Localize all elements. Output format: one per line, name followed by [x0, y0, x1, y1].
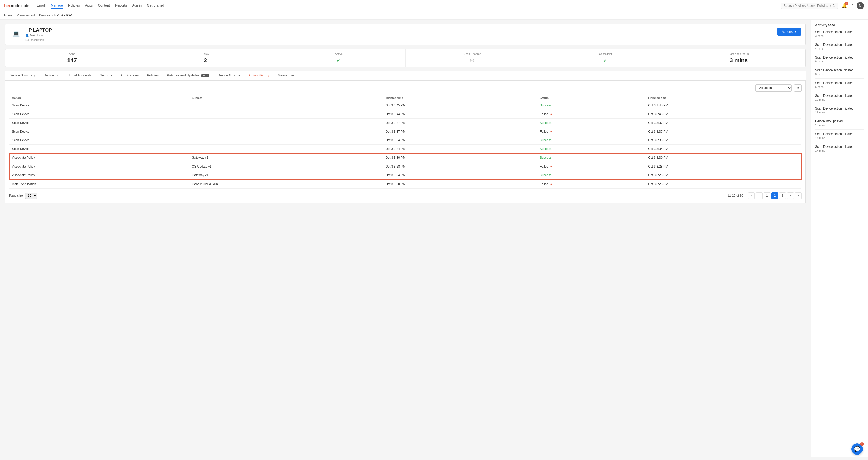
cell-initiated: Oct 3 3:34 PM: [383, 145, 537, 154]
page-size-label: Page size: [9, 194, 23, 197]
cell-action: Scan Device: [9, 110, 189, 119]
cell-subject: [189, 136, 383, 145]
breadcrumb-management[interactable]: Management: [17, 13, 35, 17]
breadcrumb-home[interactable]: Home: [4, 13, 12, 17]
status-success: Success: [540, 147, 551, 151]
nav-reports[interactable]: Reports: [115, 2, 127, 9]
global-search-input[interactable]: [781, 3, 838, 9]
breadcrumb: Home › Management › Devices › HP LAPTOP: [0, 11, 868, 20]
feed-time: 6 mins: [815, 73, 864, 76]
cell-initiated: Oct 3 3:37 PM: [383, 127, 537, 136]
tab-device-groups[interactable]: Device Groups: [214, 71, 244, 80]
cell-action: Associate Policy: [9, 162, 189, 171]
nav-policies[interactable]: Policies: [68, 2, 80, 9]
device-header: 💻 HP LAPTOP 👤 Neil John No Description A…: [5, 24, 806, 45]
feed-item: Scan Device action initiated 6 mins: [815, 56, 864, 66]
tab-action-history[interactable]: Action History: [244, 71, 273, 80]
feed-item: Scan Device action initiated 11 mins: [815, 107, 864, 117]
activity-feed-list: Scan Device action initiated 3 mins Scan…: [815, 30, 864, 155]
feed-time: 11 mins: [815, 111, 864, 114]
tab-policies[interactable]: Policies: [143, 71, 163, 80]
pager-page-1[interactable]: 1: [764, 192, 770, 199]
chat-bubble[interactable]: 💬 1: [851, 443, 863, 455]
nav-admin[interactable]: Admin: [132, 2, 142, 9]
cell-action: Install Application: [9, 179, 189, 189]
breadcrumb-current: HP LAPTOP: [54, 13, 72, 17]
nav-manage[interactable]: Manage: [51, 2, 63, 9]
tab-device-info[interactable]: Device Info: [39, 71, 65, 80]
fail-icon: ●: [550, 112, 552, 116]
cell-finished: Oct 3 3:26 PM: [645, 171, 801, 180]
feed-item: Scan Device action initiated 17 mins: [815, 132, 864, 142]
cell-status: Failed ●: [537, 179, 645, 189]
feed-action: Scan Device action initiated: [815, 94, 864, 98]
nav-content[interactable]: Content: [98, 2, 110, 9]
action-filter-select[interactable]: All actions: [755, 84, 792, 92]
table-row: Associate Policy Gateway v2 Oct 3 3:30 P…: [9, 153, 801, 162]
feed-action: Scan Device action initiated: [815, 68, 864, 72]
table-row: Scan Device Oct 3 3:34 PM Success Oct 3 …: [9, 136, 801, 145]
stat-kiosk: Kiosk Enabled ⊘: [406, 49, 539, 67]
nav-getstarted[interactable]: Get Started: [147, 2, 164, 9]
table-row: Scan Device Oct 3 3:37 PM Failed ● Oct 3…: [9, 127, 801, 136]
user-icon: 👤: [25, 34, 29, 37]
cell-action: Scan Device: [9, 119, 189, 127]
nav-enroll[interactable]: Enroll: [37, 2, 45, 9]
pager-last[interactable]: »: [795, 192, 802, 199]
stat-lastcheckin: Last checked-in 3 mins: [672, 49, 805, 67]
page-size-select[interactable]: 10 20 50: [25, 193, 37, 199]
pager-page-3[interactable]: 3: [779, 192, 786, 199]
cell-initiated: Oct 3 3:44 PM: [383, 110, 537, 119]
avatar[interactable]: N: [857, 2, 864, 9]
feed-action: Scan Device action initiated: [815, 132, 864, 136]
pager-prev[interactable]: ‹: [756, 192, 763, 199]
tab-applications[interactable]: Applications: [116, 71, 143, 80]
tab-security[interactable]: Security: [96, 71, 116, 80]
nav-apps[interactable]: Apps: [85, 2, 93, 9]
breadcrumb-devices[interactable]: Devices: [39, 13, 50, 17]
cell-status: Success: [537, 101, 645, 110]
cell-finished: Oct 3 3:25 PM: [645, 179, 801, 189]
feed-item: Scan Device action initiated 17 mins: [815, 145, 864, 155]
tab-patches-updates[interactable]: Patches and Updates BETA: [163, 71, 214, 80]
feed-item: Scan Device action initiated 4 mins: [815, 43, 864, 53]
feed-time: 17 mins: [815, 136, 864, 139]
pager-first[interactable]: «: [748, 192, 755, 199]
tab-messenger[interactable]: Messenger: [273, 71, 298, 80]
cell-subject: OS Update v1: [189, 162, 383, 171]
status-failed: Failed ●: [540, 165, 552, 168]
table-row: Scan Device Oct 3 3:37 PM Success Oct 3 …: [9, 119, 801, 127]
cell-action: Scan Device: [9, 136, 189, 145]
cell-initiated: Oct 3 3:34 PM: [383, 136, 537, 145]
cell-initiated: Oct 3 3:37 PM: [383, 119, 537, 127]
cell-initiated: Oct 3 3:30 PM: [383, 153, 537, 162]
cell-initiated: Oct 3 3:45 PM: [383, 101, 537, 110]
cell-action: Scan Device: [9, 101, 189, 110]
cell-initiated: Oct 3 3:28 PM: [383, 162, 537, 171]
table-row: Scan Device Oct 3 3:44 PM Failed ● Oct 3…: [9, 110, 801, 119]
refresh-button[interactable]: ↻: [794, 84, 802, 92]
device-user: 👤 Neil John: [25, 34, 777, 37]
col-subject: Subject: [189, 95, 383, 101]
status-failed: Failed ●: [540, 183, 552, 186]
feed-item: Scan Device action initiated 10 mins: [815, 94, 864, 104]
status-success: Success: [540, 156, 551, 160]
cell-finished: Oct 3 3:37 PM: [645, 127, 801, 136]
actions-arrow-icon: ▼: [794, 30, 797, 33]
cell-initiated: Oct 3 3:20 PM: [383, 179, 537, 189]
tab-local-accounts[interactable]: Local Accounts: [65, 71, 96, 80]
device-name: HP LAPTOP: [25, 28, 777, 33]
notification-icon[interactable]: 🔔 1: [842, 3, 847, 8]
table-row: Scan Device Oct 3 3:34 PM Success Oct 3 …: [9, 145, 801, 154]
help-icon[interactable]: ?: [850, 3, 853, 8]
pager-next[interactable]: ›: [787, 192, 794, 199]
activity-feed-title: Activity feed: [815, 23, 864, 27]
table-row: Install Application Google Cloud SDK Oct…: [9, 179, 801, 189]
tab-device-summary[interactable]: Device Summary: [5, 71, 39, 80]
stats-row: Apps 147 Policy 2 Active ✓ Kiosk Enabled…: [5, 49, 806, 67]
device-info: HP LAPTOP 👤 Neil John No Description: [25, 28, 777, 41]
col-action: Action: [9, 95, 189, 101]
pager-page-2[interactable]: 2: [771, 192, 778, 199]
actions-button[interactable]: Actions ▼: [777, 28, 801, 36]
feed-action: Scan Device action initiated: [815, 81, 864, 85]
